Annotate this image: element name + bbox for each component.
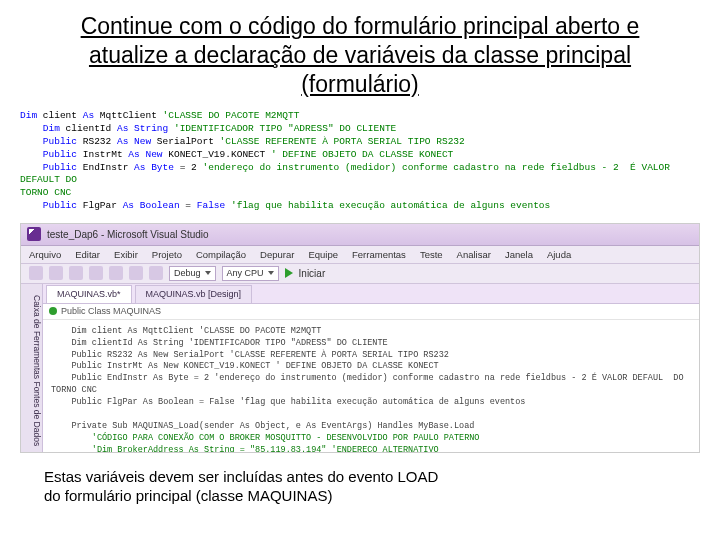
nav-fwd-icon[interactable] (49, 266, 63, 280)
chevron-down-icon (205, 271, 211, 275)
menu-ferramentas[interactable]: Ferramentas (352, 249, 406, 260)
ide-body: Caixa de Ferramentas Fontes de Dados MAQ… (21, 284, 699, 452)
slide-title: Continue com o código do formulário prin… (60, 12, 660, 98)
redo-icon[interactable] (149, 266, 163, 280)
tab-design[interactable]: MAQUINAS.vb [Design] (135, 285, 253, 303)
new-file-icon[interactable] (69, 266, 83, 280)
ide-title: teste_Dap6 - Microsoft Visual Studio (47, 229, 209, 240)
footer-line2: do formulário principal (classe MAQUINAS… (44, 487, 332, 504)
config-dropdown[interactable]: Debug (169, 266, 216, 281)
footer-note: Estas variáveis devem ser incluídas ante… (44, 467, 700, 506)
menu-teste[interactable]: Teste (420, 249, 443, 260)
side-rail[interactable]: Caixa de Ferramentas Fontes de Dados (21, 284, 43, 452)
menu-editar[interactable]: Editar (75, 249, 100, 260)
ide-titlebar: teste_Dap6 - Microsoft Visual Studio (21, 224, 699, 246)
save-all-icon[interactable] (109, 266, 123, 280)
chevron-down-icon (268, 271, 274, 275)
menu-compilacao[interactable]: Compilação (196, 249, 246, 260)
menu-arquivo[interactable]: Arquivo (29, 249, 61, 260)
undo-icon[interactable] (129, 266, 143, 280)
menu-depurar[interactable]: Depurar (260, 249, 294, 260)
menu-projeto[interactable]: Projeto (152, 249, 182, 260)
nav-back-icon[interactable] (29, 266, 43, 280)
title-line3: (formulário) (301, 71, 419, 97)
platform-dropdown[interactable]: Any CPU (222, 266, 279, 281)
play-icon[interactable] (285, 268, 293, 278)
slide: Continue com o código do formulário prin… (0, 0, 720, 540)
menu-analisar[interactable]: Analisar (457, 249, 491, 260)
visual-studio-icon (27, 227, 41, 241)
menu-ajuda[interactable]: Ajuda (547, 249, 571, 260)
menu-janela[interactable]: Janela (505, 249, 533, 260)
title-line2: atualize a declaração de variáveis da cl… (89, 42, 631, 68)
footer-line1: Estas variáveis devem ser incluídas ante… (44, 468, 438, 485)
start-button[interactable]: Iniciar (299, 268, 326, 279)
title-line1: Continue com o código do formulário prin… (81, 13, 640, 39)
editor-area: MAQUINAS.vb* MAQUINAS.vb [Design] Public… (43, 284, 699, 452)
ide-toolbar[interactable]: Debug Any CPU Iniciar (21, 264, 699, 284)
tab-code[interactable]: MAQUINAS.vb* (46, 285, 132, 303)
code-editor[interactable]: Dim client As MqttClient 'CLASSE DO PACO… (43, 320, 699, 452)
ide-screenshot: teste_Dap6 - Microsoft Visual Studio Arq… (20, 223, 700, 453)
menu-equipe[interactable]: Equipe (308, 249, 338, 260)
code-snippet-top: Dim client As MqttClient 'CLASSE DO PACO… (20, 110, 700, 213)
scope-text: Public Class MAQUINAS (61, 306, 161, 316)
editor-tabs: MAQUINAS.vb* MAQUINAS.vb [Design] (43, 284, 699, 304)
save-icon[interactable] (89, 266, 103, 280)
menu-exibir[interactable]: Exibir (114, 249, 138, 260)
ide-menubar[interactable]: Arquivo Editar Exibir Projeto Compilação… (21, 246, 699, 264)
scope-bar[interactable]: Public Class MAQUINAS (43, 304, 699, 320)
class-icon (49, 307, 57, 315)
